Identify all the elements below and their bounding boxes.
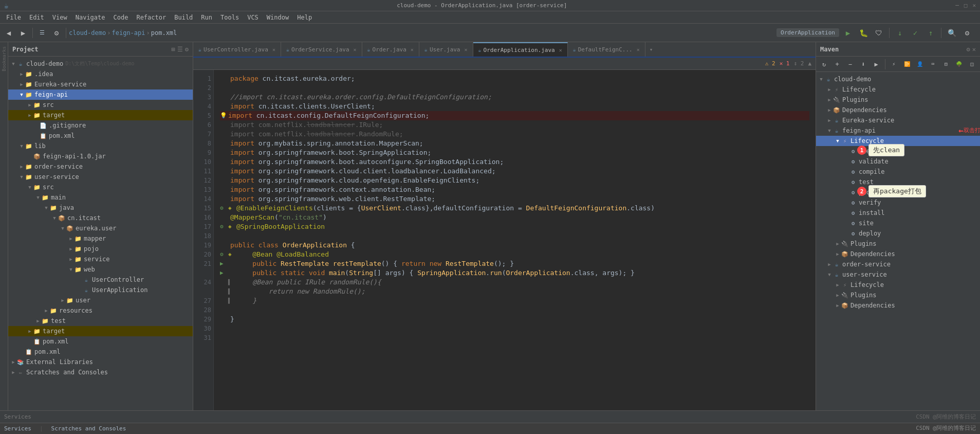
tab-overflow[interactable]: ▾	[648, 42, 655, 57]
sidebar-icon-gear[interactable]: ⚙	[185, 46, 189, 53]
tree-item-user-folder[interactable]: ▶ 📁 user	[8, 295, 193, 305]
tree-item-mapper[interactable]: ▶ 📁 mapper	[8, 233, 193, 244]
search-btn[interactable]: 🔍	[945, 26, 958, 40]
maven-download[interactable]: ⬇	[857, 58, 869, 71]
menu-file[interactable]: File	[2, 13, 25, 22]
maven-toggle-offline[interactable]: 📴	[901, 58, 913, 71]
tree-item-feign-target[interactable]: ▶ 📁 target	[8, 110, 193, 120]
maven-item-package[interactable]: ⚙ package 2 再package打包	[816, 187, 980, 197]
tree-item-gitignore[interactable]: 📄 .gitignore	[8, 120, 193, 131]
nav-file[interactable]: pom.xml	[151, 29, 177, 37]
tree-item-user-target[interactable]: ▶ 📁 target	[8, 326, 193, 336]
tab-close-oa[interactable]: ✕	[559, 47, 562, 53]
tree-item-lib[interactable]: ▼ 📁 lib	[8, 141, 193, 151]
maven-group[interactable]: ◫	[966, 58, 978, 71]
menu-help[interactable]: Help	[293, 13, 316, 22]
nav-module[interactable]: feign-api	[112, 29, 145, 37]
tree-item-web[interactable]: ▼ 📁 web	[8, 264, 193, 275]
maven-minus[interactable]: −	[844, 58, 856, 71]
maven-item-install[interactable]: ⚙ install	[816, 208, 980, 218]
tab-user[interactable]: ☕ User.java ✕	[419, 42, 473, 57]
tree-item-eureka-user[interactable]: ▼ 📦 eureka.user	[8, 223, 193, 233]
tree-item-pojo[interactable]: ▶ 📁 pojo	[8, 244, 193, 254]
settings-btn2[interactable]: ⚙	[960, 26, 974, 40]
hint-up[interactable]: ▲	[808, 60, 811, 67]
maven-close-btn[interactable]: ✕	[972, 46, 976, 53]
menu-edit[interactable]: Edit	[25, 13, 48, 22]
toolbar-forward[interactable]: ▶	[16, 26, 30, 40]
tab-close-df[interactable]: ✕	[637, 47, 640, 52]
status-services[interactable]: Services	[4, 413, 31, 420]
maven-item-order-m[interactable]: ▶ ☕ order-service	[816, 259, 980, 269]
menu-code[interactable]: Code	[109, 13, 133, 22]
maven-item-cloud-demo[interactable]: ▼ ☕ cloud-demo	[816, 74, 980, 84]
tab-close-user[interactable]: ✕	[465, 47, 468, 52]
menu-window[interactable]: Window	[263, 13, 293, 22]
vcs-update[interactable]: ↓	[893, 26, 907, 40]
tree-item-eureka-service[interactable]: ▶ 📁 Eureka-service	[8, 79, 193, 89]
maven-item-clean[interactable]: ⚙ clean 1 先clean	[816, 146, 980, 156]
maven-item-validate[interactable]: ⚙ validate	[816, 156, 980, 167]
toolbar-settings[interactable]: ⚙	[50, 26, 63, 40]
tree-item-cloud-demo[interactable]: ▼ ☕ cloud-demo D:\文档\Temp\cloud-demo	[8, 59, 193, 69]
maven-profiles[interactable]: 👤	[914, 58, 926, 71]
menu-vcs[interactable]: VCS	[243, 13, 263, 22]
maven-item-user-m[interactable]: ▼ ☕ user-service	[816, 269, 980, 280]
sidebar-icon-layout[interactable]: ⊞	[172, 46, 175, 53]
vcs-commit[interactable]: ✓	[909, 26, 922, 40]
tree-item-user-pom[interactable]: 📋 pom.xml	[8, 336, 193, 347]
menu-run[interactable]: Run	[197, 13, 216, 22]
tree-item-test[interactable]: ▶ 📁 test	[8, 316, 193, 326]
tree-item-ext-libs[interactable]: ▶ 📚 External Libraries	[8, 357, 193, 367]
bookmarks-tab[interactable]: Bookmarks	[2, 46, 7, 71]
maven-item-feign-deps[interactable]: ▶ 📦 Dependencies	[816, 249, 980, 259]
menu-build[interactable]: Build	[170, 13, 197, 22]
tree-item-user-application[interactable]: ☕ UserApplication	[8, 285, 193, 295]
debug-btn[interactable]: 🐛	[857, 26, 870, 40]
tree-item-scratches[interactable]: ▶ ✏ Scratches and Consoles	[8, 367, 193, 377]
code-editor[interactable]: 1 2 3 4 5 6 7 8 9 10 11 12 13 14 15 16 1…	[193, 70, 816, 410]
run-btn[interactable]: ▶	[841, 26, 855, 40]
maven-collapse[interactable]: ⊟	[940, 58, 952, 71]
tree-item-idea[interactable]: ▶ 📁 .idea	[8, 69, 193, 79]
bottom-scratches[interactable]: Scratches and Consoles	[51, 425, 126, 432]
toolbar-back[interactable]: ◀	[2, 26, 15, 40]
tree-item-user-java[interactable]: ▼ 📁 java	[8, 203, 193, 213]
tree-item-service[interactable]: ▶ 📁 service	[8, 254, 193, 264]
tab-close-order[interactable]: ✕	[411, 47, 414, 52]
tab-close-os[interactable]: ✕	[354, 47, 357, 52]
maven-item-eureka-m[interactable]: ▶ ☕ Eureka-service	[816, 115, 980, 125]
maven-item-deps-root[interactable]: ▶ 📦 Dependencies	[816, 105, 980, 115]
tree-item-feign-pom[interactable]: 📋 pom.xml	[8, 131, 193, 141]
coverage-btn[interactable]: 🛡	[872, 26, 885, 40]
maven-item-feign-plugins[interactable]: ▶ 🔌 Plugins	[816, 239, 980, 249]
menu-navigate[interactable]: Navigate	[71, 13, 109, 22]
bottom-services[interactable]: Services	[4, 425, 31, 432]
maven-item-feign-m[interactable]: ▼ ☕ feign-api ← 双击打包的maven项目依赖	[816, 125, 980, 136]
tab-close-uc[interactable]: ✕	[272, 47, 275, 52]
maven-tree-btn[interactable]: 🌳	[953, 58, 965, 71]
tab-order[interactable]: ☕ Order.java ✕	[362, 42, 419, 57]
tree-item-feign-api[interactable]: ▼ 📁 feign-api	[8, 89, 193, 100]
nav-project[interactable]: cloud-demo	[69, 29, 106, 37]
tab-user-controller[interactable]: ☕ UserController.java ✕	[193, 42, 281, 57]
tree-item-root-pom[interactable]: 📋 pom.xml	[8, 347, 193, 357]
maven-run[interactable]: ▶	[870, 58, 882, 71]
maven-item-site[interactable]: ⚙ site	[816, 218, 980, 228]
maven-add[interactable]: +	[831, 58, 843, 71]
tree-item-user-service[interactable]: ▼ 📁 user-service	[8, 172, 193, 182]
maven-item-lifecycle-root[interactable]: ▶ ⚡ Lifecycle	[816, 84, 980, 95]
menu-tools[interactable]: Tools	[216, 13, 243, 22]
tree-item-user-main[interactable]: ▼ 📁 main	[8, 192, 193, 203]
maven-item-verify[interactable]: ⚙ verify	[816, 197, 980, 208]
maven-item-compile[interactable]: ⚙ compile	[816, 167, 980, 177]
toolbar-project[interactable]: ☰	[35, 26, 49, 40]
tree-item-resources[interactable]: ▶ 📁 resources	[8, 305, 193, 316]
code-content[interactable]: package cn.itcast.eureka.order; //import…	[214, 70, 816, 410]
vcs-push[interactable]: ↑	[924, 26, 937, 40]
tab-order-app[interactable]: ☕ OrderApplication.java ✕	[473, 42, 568, 57]
maven-item-user-plugins[interactable]: ▶ 🔌 Plugins	[816, 290, 980, 300]
maven-refresh[interactable]: ↻	[818, 58, 830, 71]
menu-refactor[interactable]: Refactor	[132, 13, 170, 22]
tree-item-user-src[interactable]: ▼ 📁 src	[8, 182, 193, 192]
